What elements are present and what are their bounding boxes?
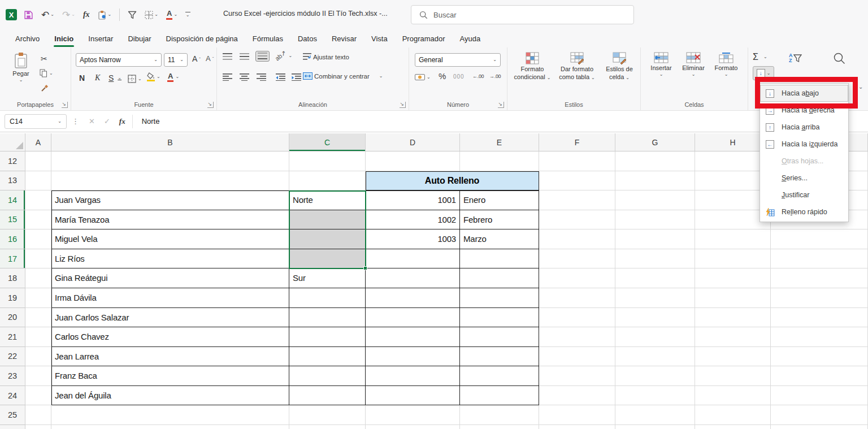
clipboard-dialog-launcher[interactable]: ↘ (62, 102, 68, 108)
tab-revisar[interactable]: Revisar (324, 31, 364, 47)
cell-D16[interactable]: 1003 (366, 229, 460, 249)
cell-D25[interactable] (366, 405, 460, 425)
cell-D17[interactable] (366, 249, 460, 269)
cell-F16[interactable] (539, 229, 615, 249)
filter-button[interactable] (127, 7, 138, 22)
cell-D12[interactable] (366, 151, 460, 171)
merge-center-button[interactable]: Combinar y centrar ⌄ (303, 72, 383, 80)
menu-item-justify[interactable]: Justificar (760, 187, 848, 203)
cell-B25[interactable] (51, 405, 289, 425)
align-bottom-button[interactable] (255, 51, 270, 62)
column-header-F[interactable]: F (539, 133, 615, 151)
row-header-18[interactable]: 18 (0, 268, 25, 288)
cell-E22[interactable] (460, 347, 539, 367)
cell-B21[interactable]: Carlos Chavez (51, 327, 289, 347)
cell-A16[interactable] (25, 229, 51, 249)
cell-H21[interactable] (695, 327, 771, 347)
tab-disposicion[interactable]: Disposición de página (159, 31, 245, 47)
cell-G19[interactable] (615, 288, 695, 308)
menu-item-flash-fill[interactable]: Relleno rápido (760, 203, 848, 220)
cell-D15[interactable]: 1002 (366, 210, 460, 230)
fill-handle[interactable] (363, 266, 367, 270)
font-dialog-launcher[interactable]: ↘ (207, 102, 214, 108)
cell-B14[interactable]: Juan Vargas (51, 190, 289, 210)
column-header-C[interactable]: C (289, 133, 366, 151)
menu-item-fill-down[interactable]: ↓ Hacia abajo (760, 85, 848, 102)
percent-button[interactable]: % (439, 71, 446, 81)
cell-H16[interactable] (695, 229, 771, 249)
borders-button[interactable]: ⌄ (144, 7, 159, 22)
search-box[interactable]: Buscar (411, 5, 634, 24)
cell-F21[interactable] (539, 327, 615, 347)
tab-inicio[interactable]: Inicio (47, 31, 81, 47)
column-header-D[interactable]: D (366, 133, 460, 151)
cell-H24[interactable] (695, 386, 771, 406)
cell-I25[interactable] (771, 405, 868, 425)
cell-A15[interactable] (25, 210, 51, 230)
row-header-partial[interactable] (0, 425, 25, 429)
cell-H18[interactable] (695, 268, 771, 288)
tab-vista[interactable]: Vista (364, 31, 395, 47)
cell-E25[interactable] (460, 405, 539, 425)
cell-B13[interactable] (51, 171, 289, 191)
cell-B15[interactable]: María Tenazoa (51, 210, 289, 230)
tab-insertar[interactable]: Insertar (81, 31, 120, 47)
cell-G12[interactable] (615, 151, 695, 171)
cell-H19[interactable] (695, 288, 771, 308)
cell-A21[interactable] (25, 327, 51, 347)
cell-D23[interactable] (366, 366, 460, 386)
align-right-button[interactable] (257, 73, 266, 81)
cell-G13[interactable] (615, 171, 695, 191)
italic-button[interactable]: K (95, 73, 100, 83)
cell-C19[interactable] (289, 288, 366, 308)
cell-E21[interactable] (460, 327, 539, 347)
undo-button[interactable]: ↶⌄ (40, 7, 55, 22)
cell-C17[interactable] (289, 249, 366, 269)
cell-I17[interactable] (771, 249, 868, 269)
increase-font-button[interactable]: Aˆ (192, 54, 201, 63)
row-header-24[interactable]: 24 (0, 386, 25, 406)
wrap-text-button[interactable]: Ajustar texto (303, 53, 349, 60)
cell-A12[interactable] (25, 151, 51, 171)
font-color-button-ribbon[interactable]: A⌄ (167, 72, 179, 82)
cell-E18[interactable] (460, 268, 539, 288)
cell-Epartial[interactable] (460, 425, 539, 429)
cell-C15[interactable] (289, 210, 366, 230)
row-header-22[interactable]: 22 (0, 347, 25, 367)
cell-I18[interactable] (771, 268, 868, 288)
cell-F15[interactable] (539, 210, 615, 230)
cell-F13[interactable] (539, 171, 615, 191)
cell-F18[interactable] (539, 268, 615, 288)
paste-special-button[interactable]: ⌄ (97, 7, 113, 22)
cell-H25[interactable] (695, 405, 771, 425)
align-top-button[interactable] (223, 53, 232, 60)
cell-I19[interactable] (771, 288, 868, 308)
cell-B23[interactable]: Franz Baca (51, 366, 289, 386)
cell-C13[interactable] (289, 171, 366, 191)
cell-E20[interactable] (460, 308, 539, 328)
fill-color-button[interactable]: ⌄ (147, 72, 160, 81)
row-header-16[interactable]: 16 (0, 229, 25, 249)
tab-datos[interactable]: Datos (290, 31, 324, 47)
cut-button[interactable]: ✂ (41, 54, 47, 63)
cell-G25[interactable] (615, 405, 695, 425)
menu-item-series[interactable]: Series... (760, 170, 848, 187)
cell-F17[interactable] (539, 249, 615, 269)
formula-bar-grip[interactable]: ⋮ (72, 117, 79, 125)
align-left-button[interactable] (223, 73, 232, 81)
align-center-button[interactable] (240, 73, 249, 81)
fx-icon[interactable]: fx (119, 117, 125, 126)
cell-B17[interactable]: Liz Ríos (51, 249, 289, 269)
tab-programador[interactable]: Programador (395, 31, 453, 47)
tab-ayuda[interactable]: Ayuda (453, 31, 488, 47)
cell-E24[interactable] (460, 386, 539, 406)
cell-B16[interactable]: Miguel Vela (51, 229, 289, 249)
copy-button[interactable]: ⌄ (40, 69, 53, 77)
cell-F24[interactable] (539, 386, 615, 406)
decrease-font-button[interactable]: Aˇ (206, 54, 214, 63)
cell-I23[interactable] (771, 366, 868, 386)
cell-G17[interactable] (615, 249, 695, 269)
tab-formulas[interactable]: Fórmulas (245, 31, 290, 47)
cell-Ipartial[interactable] (771, 425, 868, 429)
cell-A24[interactable] (25, 386, 51, 406)
